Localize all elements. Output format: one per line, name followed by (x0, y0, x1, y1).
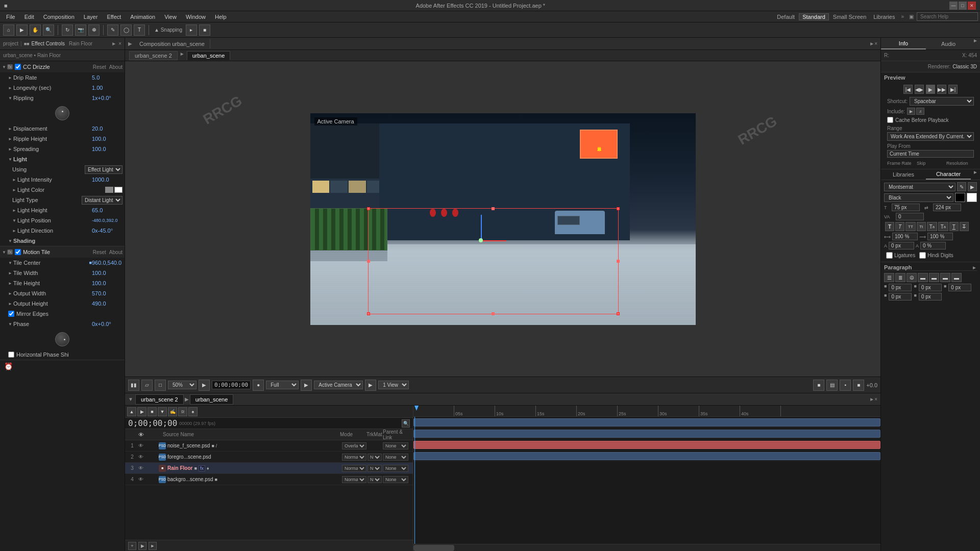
leading-input[interactable] (933, 204, 961, 211)
timeline-menu-icon[interactable]: ► (869, 396, 874, 402)
pen-tool[interactable]: ✎ (107, 24, 118, 36)
layer-btn-1[interactable]: ▲ (127, 407, 136, 416)
rulers-btn[interactable]: ▤ (826, 380, 838, 391)
layer-btn-2[interactable]: ▶ (137, 407, 146, 416)
justify-right-btn[interactable]: ▬ (940, 273, 950, 282)
range-dropdown[interactable]: Work Area Extended By Current... (887, 132, 974, 141)
ripple-height-value[interactable]: 100.0 (92, 136, 122, 142)
layer-trkmat-dropdown-4[interactable]: None (368, 476, 382, 483)
menu-help[interactable]: Help (211, 13, 231, 21)
prev-frame-fwd-btn[interactable]: ▶▶ (937, 85, 946, 94)
workspace-standard[interactable]: Standard (799, 13, 829, 20)
track-bar-2[interactable] (413, 430, 880, 438)
justify-center-btn[interactable]: ▬ (929, 273, 939, 282)
menu-file[interactable]: File (2, 13, 19, 21)
font-options-btn[interactable]: ▶ (968, 182, 977, 191)
layer-mode-dropdown-2[interactable]: Normal (342, 454, 366, 461)
layer-btn-6[interactable]: ⛭ (178, 407, 187, 416)
layer-row-3[interactable]: 3 👁 ■ Rain Floor ■ fx ♦ (125, 463, 413, 474)
font-edit-btn[interactable]: ✎ (957, 182, 966, 191)
timeline-scrollbar[interactable] (413, 544, 880, 551)
workspace-small-screen[interactable]: Small Screen (830, 14, 869, 20)
light-direction-value[interactable]: 0x-45.0° (92, 228, 122, 234)
layer-vis-4[interactable]: 👁 (137, 477, 144, 482)
channel-btn[interactable]: ■ (853, 380, 864, 391)
cc-drizzle-toggle[interactable] (15, 64, 21, 70)
justify-all-btn[interactable]: ▬ (951, 273, 962, 282)
menu-edit[interactable]: Edit (20, 13, 38, 21)
timeline-tab-scene[interactable]: urban_scene (190, 394, 234, 405)
menu-view[interactable]: View (160, 13, 181, 21)
viewer-tab-urban-scene[interactable]: urban_scene (187, 51, 231, 60)
set-frame-btn[interactable]: ● (253, 380, 264, 391)
align-left-btn[interactable]: ☰ (884, 273, 894, 282)
layer-vis-2[interactable]: 👁 (137, 454, 144, 460)
character-tab[interactable]: Character (926, 169, 971, 180)
layer-btn-4[interactable]: ▼ (158, 407, 167, 416)
smallcaps-btn[interactable]: Tt (917, 222, 926, 231)
home-button[interactable]: ⌂ (3, 24, 14, 36)
layer-mode-dropdown-3[interactable]: Normal (342, 465, 366, 472)
layer-row-4[interactable]: 4 👁 PSD backgro...scene.psd ■ (125, 474, 413, 485)
right-panel-menu[interactable]: ► (971, 38, 980, 49)
zoom-dropdown[interactable]: 50% 100% 25% (168, 381, 197, 389)
prev-last-btn[interactable]: ▶| (948, 85, 958, 94)
search-help-input[interactable] (917, 12, 978, 21)
motion-tile-toggle[interactable] (15, 249, 21, 255)
layer-parent-dropdown-2[interactable]: None (383, 454, 408, 461)
quality-dropdown[interactable]: Full Half Quarter (266, 381, 299, 389)
mirror-edges-checkbox[interactable] (8, 311, 14, 317)
char-panel-menu[interactable]: ► (971, 169, 980, 180)
baseline-input[interactable] (889, 242, 914, 249)
hand-tool[interactable]: ✋ (30, 24, 41, 36)
font-color-swatch-black[interactable] (955, 193, 965, 202)
tile-height-value[interactable]: 100.0 (92, 280, 122, 286)
align-center-btn[interactable]: ≣ (895, 273, 905, 282)
light-color-swatch-gray[interactable] (105, 187, 113, 193)
layer-row-2[interactable]: 2 👁 PSD foregro...scene.psd Normal (125, 452, 413, 463)
region-btn[interactable]: □ (155, 380, 166, 391)
rotate-tool[interactable]: ↻ (62, 24, 73, 36)
viewer-tab-urban-scene-2[interactable]: urban_scene 2 (129, 51, 178, 60)
shortcut-dropdown[interactable]: Spacebar (910, 97, 974, 106)
layer-trkmat-dropdown-2[interactable]: None (368, 454, 382, 461)
output-width-value[interactable]: 570.0 (92, 290, 122, 296)
indent-first-input[interactable] (948, 284, 971, 291)
using-dropdown[interactable]: Effect Light (85, 165, 122, 174)
menu-animation[interactable]: Animation (126, 13, 159, 21)
menu-window[interactable]: Window (182, 13, 210, 21)
light-type-dropdown[interactable]: Distant Light (82, 196, 122, 205)
menu-layer[interactable]: Layer (80, 13, 102, 21)
play-from-value[interactable]: Current Time (887, 150, 974, 158)
tile-width-value[interactable]: 100.0 (92, 270, 122, 276)
camera-dropdown[interactable]: Active Camera (314, 381, 363, 389)
zoom-options-btn[interactable]: ▶ (199, 380, 210, 391)
light-color-swatch-white[interactable] (114, 187, 122, 193)
bold-btn[interactable]: T (885, 222, 894, 231)
tile-center-value[interactable]: 960.0,540.0 (92, 260, 122, 266)
track-bar-4[interactable] (413, 452, 880, 460)
paragraph-menu[interactable]: ► (972, 265, 977, 270)
light-intensity-value[interactable]: 1000.0 (92, 177, 122, 183)
current-time-display[interactable]: 0;00;00;00 (128, 418, 177, 428)
audio-tab[interactable]: Audio (926, 38, 971, 49)
camera-tool[interactable]: 📷 (75, 24, 86, 36)
layer-parent-dropdown-3[interactable]: None (383, 465, 408, 472)
align-right-btn[interactable]: ☮ (906, 273, 917, 282)
italic-btn[interactable]: T (895, 222, 904, 231)
indent-left-input[interactable] (889, 284, 912, 291)
layer-mode-dropdown-4[interactable]: Normal (342, 476, 366, 483)
search-layer-btn[interactable]: 🔍 (402, 419, 410, 428)
color-dropdown[interactable]: Black (884, 193, 953, 202)
inc-audio-icon[interactable]: ♬ (916, 108, 924, 115)
composition-view[interactable]: RRCG 人人素材 RRCG Active Camera (125, 61, 880, 377)
font-color-swatch-white[interactable] (967, 193, 977, 202)
ligatures-checkbox[interactable] (886, 252, 893, 259)
viewer-options-btn[interactable]: ▱ (141, 380, 153, 391)
displacement-value[interactable]: 20.0 (92, 126, 122, 132)
timeline-tab-scene2[interactable]: urban_scene 2 (135, 394, 184, 405)
hindi-digits-checkbox[interactable] (919, 252, 926, 259)
select-tool[interactable]: ▶ (16, 24, 28, 36)
light-position-value[interactable]: -480.0,392.0 (92, 218, 122, 223)
layer-vis-1[interactable]: 👁 (137, 443, 144, 448)
